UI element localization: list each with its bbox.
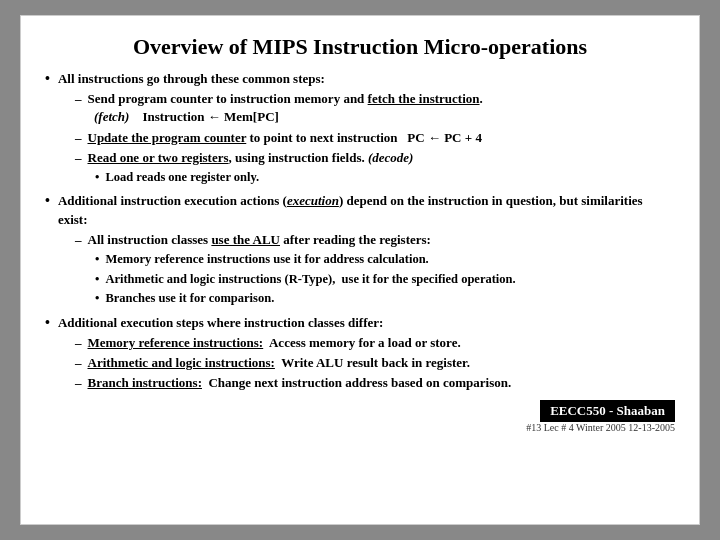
sub-sub-item-2a2: • Arithmetic and logic instructions (R-T… [95,271,675,289]
sub-list-2: – All instruction classes use the ALU af… [75,231,675,308]
sub-sub-list-2a: • Memory reference instructions use it f… [95,251,675,308]
sub-text-3c: Branch instructions: Change next instruc… [88,374,512,392]
sub-item-3c: – Branch instructions: Change next instr… [75,374,675,392]
sub-text-3a: Memory reference instructions: Access me… [88,334,461,352]
sub-sub-item-1c1: • Load reads one register only. [95,169,675,187]
slide-number: #13 Lec # 4 Winter 2005 12-13-2005 [526,422,675,433]
sub-text-3b: Arithmetic and logic instructions: Write… [88,354,470,372]
bullet-dot-1: • [45,71,50,87]
sub-item-2a: – All instruction classes use the ALU af… [75,231,675,249]
bullet-section-2: • Additional instruction execution actio… [45,192,675,307]
sub-item-3b: – Arithmetic and logic instructions: Wri… [75,354,675,372]
bullet-text-2: Additional instruction execution actions… [58,192,675,228]
sub-sub-item-2a1: • Memory reference instructions use it f… [95,251,675,269]
sub-item-1a: – Send program counter to instruction me… [75,90,675,126]
bullet-dot-2: • [45,193,50,209]
sub-text-1c: Read one or two registers, using instruc… [88,149,414,167]
sub-list-3: – Memory reference instructions: Access … [75,334,675,393]
sub-list-1: – Send program counter to instruction me… [75,90,675,186]
sub-text-1b: Update the program counter to point to n… [88,129,482,147]
sub-item-3a: – Memory reference instructions: Access … [75,334,675,352]
sub-item-1c: – Read one or two registers, using instr… [75,149,675,167]
sub-text-1a: Send program counter to instruction memo… [88,90,483,126]
sub-item-1b: – Update the program counter to point to… [75,129,675,147]
footer: EECC550 - Shaaban #13 Lec # 4 Winter 200… [45,400,675,433]
bullet-section-3: • Additional execution steps where instr… [45,314,675,393]
eecc-badge: EECC550 - Shaaban [540,400,675,422]
bullet-section-1: • All instructions go through these comm… [45,70,675,186]
sub-text-2a: All instruction classes use the ALU afte… [88,231,431,249]
slide-title: Overview of MIPS Instruction Micro-opera… [45,34,675,60]
bullet-text-3: Additional execution steps where instruc… [58,314,383,332]
bullet-dot-3: • [45,315,50,331]
sub-sub-list-1c: • Load reads one register only. [95,169,675,187]
slide: Overview of MIPS Instruction Micro-opera… [20,15,700,525]
bullet-text-1: All instructions go through these common… [58,70,325,88]
sub-sub-item-2a3: • Branches use it for comparison. [95,290,675,308]
